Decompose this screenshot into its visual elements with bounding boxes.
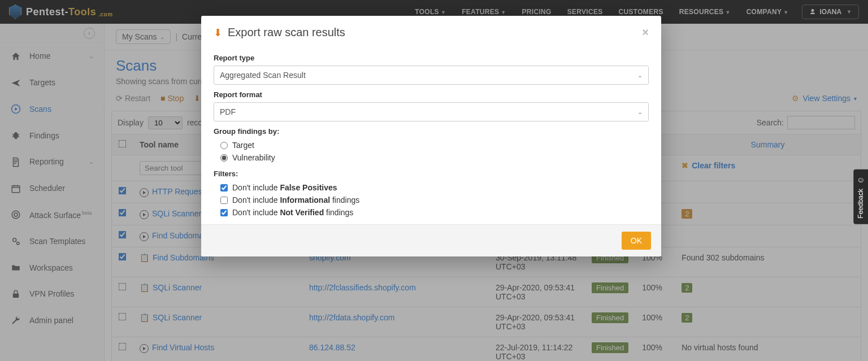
report-format-value: PDF	[220, 107, 236, 116]
chevron-down-icon: ⌄	[637, 72, 643, 79]
radio-label: Vulnerability	[232, 153, 275, 162]
report-type-value: Aggregated Scan Result	[220, 71, 306, 80]
report-format-label: Report format	[214, 90, 649, 99]
group-by-target-radio[interactable]: Target	[220, 139, 649, 151]
feedback-label: Feedback	[857, 189, 865, 219]
chevron-down-icon: ⌄	[637, 108, 643, 116]
filters-label: Filters:	[214, 169, 649, 178]
filter-not-verified-checkbox[interactable]: Don't include Not Verified findings	[220, 206, 649, 219]
radio-label: Target	[232, 141, 254, 150]
filter-false-positives-checkbox[interactable]: Don't include False Positives	[220, 181, 649, 194]
modal-title: ⬇ Export raw scan results	[214, 26, 345, 39]
group-by-vulnerability-radio[interactable]: Vulnerability	[220, 151, 649, 164]
filter-informational-checkbox[interactable]: Don't include Informational findings	[220, 194, 649, 206]
report-format-select[interactable]: PDF ⌄	[214, 102, 649, 121]
download-icon: ⬇	[214, 27, 222, 39]
ok-button[interactable]: OK	[622, 232, 651, 250]
report-type-select[interactable]: Aggregated Scan Result ⌄	[214, 66, 649, 85]
modal-body: Report type Aggregated Scan Result ⌄ Rep…	[201, 46, 661, 224]
export-modal: ⬇ Export raw scan results × Report type …	[201, 16, 661, 256]
modal-footer: OK	[201, 224, 661, 256]
report-type-label: Report type	[214, 54, 649, 62]
modal-header: ⬇ Export raw scan results ×	[201, 16, 661, 46]
checkbox-label: Don't include Not Verified findings	[232, 208, 353, 217]
modal-close-button[interactable]: ×	[642, 26, 649, 39]
group-by-label: Group findings by:	[214, 127, 649, 136]
checkbox-label: Don't include Informational findings	[232, 195, 359, 205]
checkbox-label: Don't include False Positives	[232, 183, 337, 192]
feedback-tab[interactable]: Feedback ☺	[853, 169, 868, 224]
smile-icon: ☺	[857, 175, 865, 184]
